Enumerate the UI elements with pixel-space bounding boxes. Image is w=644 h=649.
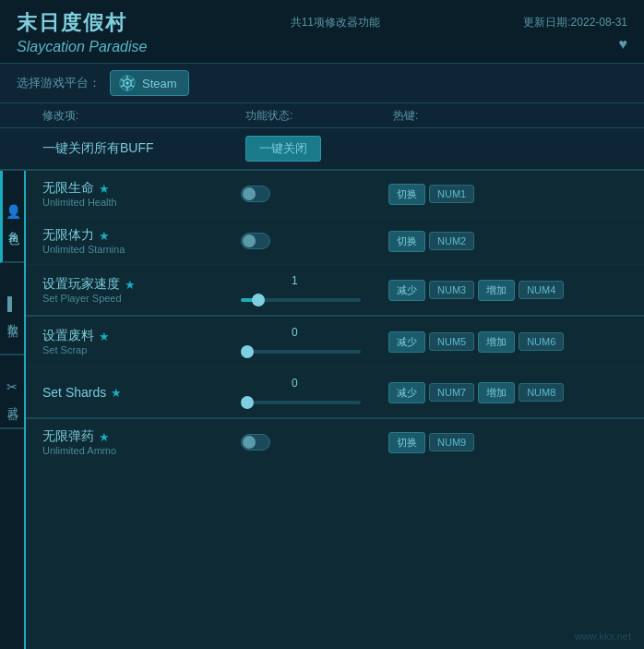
sections-wrapper: 👤 角色 ▌ 数据 ✂ 武器 无限生命 — [0, 171, 644, 649]
header-titles: 末日度假村 Slaycation Paradise — [17, 9, 147, 55]
app-container: 末日度假村 Slaycation Paradise 共11项修改器功能 更新日期… — [0, 0, 644, 649]
total-features: 共11项修改器功能 — [291, 15, 380, 30]
header-row-top: 末日度假村 Slaycation Paradise 共11项修改器功能 更新日期… — [17, 9, 627, 55]
shards-slider-container: 0 — [241, 377, 388, 408]
close-all-button[interactable]: 一键关闭 — [245, 136, 321, 162]
tab-character[interactable]: 👤 角色 — [0, 171, 24, 263]
ammo-num9-btn[interactable]: NUM9 — [429, 433, 474, 451]
health-toggle-btn[interactable]: 切换 — [388, 184, 425, 205]
ammo-star-icon: ★ — [99, 430, 110, 444]
stamina-toggle[interactable] — [241, 233, 270, 249]
tab-weapon[interactable]: ✂ 武器 — [0, 355, 24, 429]
mod-row-health: 无限生命 ★ Unlimited Health 切换 NUM1 — [26, 171, 644, 218]
platform-section: 选择游戏平台： Steam — [0, 64, 644, 103]
mod-stamina-name-en: Unlimited Stamina — [42, 244, 241, 255]
steam-label: Steam — [142, 77, 177, 90]
col-status-label: 功能状态: — [245, 108, 393, 124]
header-right: 更新日期:2022-08-31 ♥ — [523, 9, 627, 53]
mod-stamina-info: 无限体力 ★ Unlimited Stamina — [42, 227, 241, 255]
stamina-star-icon: ★ — [99, 229, 110, 243]
mod-shards-name-cn: Set Shards ★ — [42, 385, 241, 400]
mod-scrap-name-cn: 设置废料 ★ — [42, 328, 241, 344]
speed-num4-btn[interactable]: NUM4 — [519, 281, 564, 299]
shards-decrease-btn[interactable]: 减少 — [388, 382, 425, 403]
scrap-increase-btn[interactable]: 增加 — [478, 331, 515, 353]
shards-value: 0 — [292, 377, 298, 390]
speed-slider[interactable] — [241, 298, 361, 302]
scrap-slider-container: 0 — [241, 326, 388, 357]
update-date: 更新日期:2022-08-31 — [523, 15, 627, 30]
ammo-toggle[interactable] — [241, 434, 270, 451]
ammo-hotkeys: 切换 NUM9 — [388, 432, 627, 453]
header-meta: 共11项修改器功能 — [291, 15, 380, 30]
speed-num3-btn[interactable]: NUM3 — [429, 281, 474, 299]
shards-increase-btn[interactable]: 增加 — [478, 382, 515, 403]
tab-data[interactable]: ▌ 数据 — [0, 263, 24, 355]
mod-row-speed: 设置玩家速度 ★ Set Player Speed 1 减少 NUM3 增加 N… — [26, 265, 644, 315]
mod-health-name-en: Unlimited Health — [42, 197, 241, 208]
ammo-toggle-knob — [243, 436, 256, 449]
health-toggle-knob — [243, 187, 256, 200]
global-control-row: 一键关闭所有BUFF 一键关闭 — [0, 128, 644, 171]
mod-ammo-info: 无限弹药 ★ Unlimited Ammo — [42, 428, 241, 456]
health-toggle[interactable] — [241, 186, 270, 202]
watermark: www.kkx.net — [575, 631, 631, 642]
platform-label: 选择游戏平台： — [17, 75, 101, 91]
mod-speed-name-en: Set Player Speed — [42, 293, 241, 304]
shards-num8-btn[interactable]: NUM8 — [519, 383, 564, 402]
shards-num7-btn[interactable]: NUM7 — [429, 383, 474, 402]
svg-point-2 — [125, 81, 128, 84]
weapon-icon: ✂ — [6, 379, 18, 394]
game-title-en: Slaycation Paradise — [17, 39, 147, 55]
speed-hotkeys: 减少 NUM3 增加 NUM4 — [388, 280, 627, 301]
scrap-num5-btn[interactable]: NUM5 — [429, 332, 474, 351]
mod-row-ammo: 无限弹药 ★ Unlimited Ammo 切换 NUM9 — [26, 419, 644, 465]
stamina-num2-btn[interactable]: NUM2 — [429, 232, 474, 250]
shards-slider[interactable] — [241, 401, 361, 404]
mod-scrap-info: 设置废料 ★ Set Scrap — [42, 328, 241, 355]
character-tab-label: 角色 — [6, 222, 21, 228]
health-num1-btn[interactable]: NUM1 — [429, 185, 474, 203]
scrap-slider[interactable] — [241, 350, 361, 354]
data-section: 设置废料 ★ Set Scrap 0 减少 NUM5 增加 NUM6 — [26, 317, 644, 419]
scrap-hotkeys: 减少 NUM5 增加 NUM6 — [388, 331, 627, 353]
header: 末日度假村 Slaycation Paradise 共11项修改器功能 更新日期… — [0, 0, 644, 64]
mod-speed-name-cn: 设置玩家速度 ★ — [42, 276, 241, 293]
game-title-cn: 末日度假村 — [17, 9, 147, 37]
mod-stamina-name-cn: 无限体力 ★ — [42, 227, 241, 244]
character-icon: 👤 — [6, 204, 21, 219]
ammo-toggle-btn[interactable]: 切换 — [388, 432, 425, 453]
stamina-hotkeys: 切换 NUM2 — [388, 231, 627, 252]
speed-increase-btn[interactable]: 增加 — [478, 280, 515, 301]
scrap-num6-btn[interactable]: NUM6 — [519, 332, 564, 351]
heart-icon[interactable]: ♥ — [619, 36, 628, 53]
side-tabs: 👤 角色 ▌ 数据 ✂ 武器 — [0, 171, 26, 649]
col-hotkey-label: 热键: — [393, 108, 627, 124]
weapon-section: 无限弹药 ★ Unlimited Ammo 切换 NUM9 — [26, 419, 644, 465]
stamina-toggle-knob — [243, 234, 256, 247]
mod-row-shards: Set Shards ★ 0 减少 NUM7 增加 NUM8 — [26, 367, 644, 417]
mod-row-stamina: 无限体力 ★ Unlimited Stamina 切换 NUM2 — [26, 218, 644, 265]
mod-shards-info: Set Shards ★ — [42, 385, 241, 400]
scrap-decrease-btn[interactable]: 减少 — [388, 331, 425, 353]
shards-hotkeys: 减少 NUM7 增加 NUM8 — [388, 382, 627, 403]
stamina-toggle-btn[interactable]: 切换 — [388, 231, 425, 252]
speed-slider-container: 1 — [241, 274, 388, 306]
data-icon: ▌ — [7, 296, 17, 311]
mod-scrap-name-en: Set Scrap — [42, 344, 241, 355]
mod-ammo-name-en: Unlimited Ammo — [42, 445, 241, 456]
health-star-icon: ★ — [99, 182, 110, 196]
mod-row-scrap: 设置废料 ★ Set Scrap 0 减少 NUM5 增加 NUM6 — [26, 317, 644, 367]
character-section: 无限生命 ★ Unlimited Health 切换 NUM1 — [26, 171, 644, 317]
steam-button[interactable]: Steam — [110, 70, 189, 96]
data-tab-label: 数据 — [5, 315, 20, 320]
health-hotkeys: 切换 NUM1 — [388, 184, 627, 205]
scrap-value: 0 — [292, 326, 298, 339]
weapon-tab-label: 武器 — [5, 398, 20, 403]
content-area: 无限生命 ★ Unlimited Health 切换 NUM1 — [26, 171, 644, 649]
shards-star-icon: ★ — [111, 386, 122, 400]
speed-decrease-btn[interactable]: 减少 — [388, 280, 425, 301]
mod-health-info: 无限生命 ★ Unlimited Health — [42, 180, 241, 208]
speed-value: 1 — [292, 274, 298, 287]
global-control-label: 一键关闭所有BUFF — [42, 140, 245, 157]
